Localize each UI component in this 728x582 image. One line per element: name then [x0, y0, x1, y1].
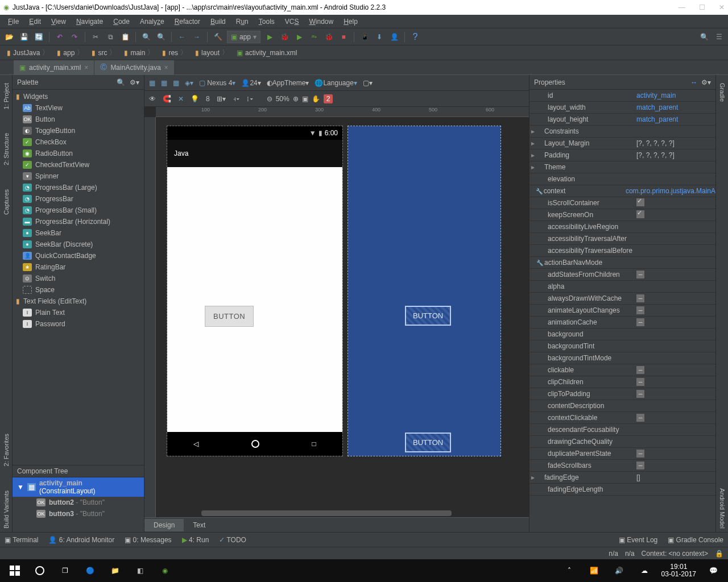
tab-activity-main[interactable]: ▣activity_main.xml× [14, 60, 94, 75]
component-tree[interactable]: ▼▦ activity_main (ConstraintLayout) OK b… [13, 477, 144, 532]
property-row[interactable]: alwaysDrawnWithCache– [530, 293, 715, 305]
debug-icon[interactable]: 🐞 [279, 31, 290, 43]
bc-src[interactable]: ▮src〉 [88, 48, 119, 57]
open-icon[interactable]: 📂 [3, 31, 15, 43]
menu-vcs[interactable]: VCS [280, 16, 304, 27]
eye-icon[interactable]: 👁 [149, 95, 156, 103]
module-selector[interactable]: ▣ app ▾ [227, 31, 260, 43]
orientation-icon[interactable]: ◈▾ [185, 79, 193, 87]
tool-terminal[interactable]: ▣ Terminal [5, 536, 38, 544]
properties-list[interactable]: idactivity_mainlayout_widthmatch_parentl… [530, 90, 715, 532]
palette-item[interactable]: ◉RadioButton [13, 148, 144, 159]
variant-icon[interactable]: ▢▾ [363, 79, 373, 87]
property-row[interactable]: accessibilityTraversalBefore [530, 245, 715, 257]
blueprint-preview[interactable]: BUTTON BUTTON [348, 126, 500, 456]
debug2-icon[interactable]: 🐞 [323, 31, 334, 43]
palette-item[interactable]: AbTextView [13, 102, 144, 114]
bc-app[interactable]: ▮app〉 [53, 48, 87, 57]
property-row[interactable]: elevation [530, 173, 715, 185]
properties-expand-icon[interactable]: ↔ [690, 78, 697, 86]
tool-project[interactable]: 1: Project [3, 80, 10, 113]
menu-edit[interactable]: Edit [24, 16, 46, 27]
property-row[interactable]: ▸Padding[?, ?, ?, ?, ?] [530, 149, 715, 161]
palette-item[interactable]: ◔ProgressBar [13, 193, 144, 205]
tray-onedrive-icon[interactable]: ☁ [632, 559, 657, 582]
property-row[interactable]: ▸fadingEdge[] [530, 472, 715, 484]
attach-icon[interactable]: ⥲ [308, 31, 320, 43]
redo-icon[interactable]: ↷ [69, 31, 80, 43]
stop-icon[interactable]: ■ [338, 31, 349, 43]
design-tab[interactable]: Design [144, 519, 184, 531]
property-row[interactable]: keepScreenOn [530, 209, 715, 221]
properties-gear-icon[interactable]: ⚙▾ [701, 78, 711, 86]
menu-refactor[interactable]: Refactor [170, 16, 205, 27]
property-row[interactable]: fadingEdgeLength [530, 484, 715, 496]
property-row[interactable]: duplicateParentState– [530, 448, 715, 460]
palette-item[interactable]: 👤QuickContactBadge [13, 250, 144, 261]
property-row[interactable]: animationCache– [530, 317, 715, 329]
tray-up-icon[interactable]: ˄ [557, 559, 582, 582]
tool-android-model[interactable]: Android Model [719, 485, 726, 532]
taskbar-explorer[interactable]: 📁 [102, 559, 127, 582]
tray-volume-icon[interactable]: 🔊 [607, 559, 632, 582]
run-icon[interactable]: ▶ [264, 31, 275, 43]
palette-item[interactable]: ▾Spinner [13, 171, 144, 182]
pack-icon[interactable]: ⊞▾ [217, 95, 226, 103]
property-row[interactable]: clickable– [530, 364, 715, 376]
palette-cat-widgets[interactable]: ▮Widgets [13, 91, 144, 102]
taskbar-android-studio[interactable]: ◉ [152, 559, 177, 582]
palette-item[interactable]: IPassword [13, 318, 144, 330]
palette-list[interactable]: ▮Widgets AbTextView OKButton ◐ToggleButt… [13, 90, 144, 465]
close-button[interactable]: ✕ [719, 3, 725, 11]
warning-badge[interactable]: 2 [324, 94, 333, 103]
canvas-scrollbar[interactable] [201, 510, 452, 516]
forward-icon[interactable]: → [191, 31, 202, 43]
tray-notifications-icon[interactable]: 💬 [701, 559, 726, 582]
tool-build-variants[interactable]: Build Variants [3, 487, 10, 532]
search-everywhere-icon[interactable]: 🔍 [698, 31, 710, 43]
text-tab[interactable]: Text [184, 519, 214, 531]
tray-wifi-icon[interactable]: 📶 [582, 559, 607, 582]
tool-messages[interactable]: ▣ 0: Messages [125, 536, 171, 544]
property-row[interactable]: clipToPadding– [530, 388, 715, 400]
avd-icon[interactable]: 📱 [359, 31, 370, 43]
menu-help[interactable]: Help [339, 16, 362, 27]
tool-gradle-console[interactable]: ▣ Gradle Console [668, 536, 723, 544]
blueprint-button[interactable]: BUTTON [405, 306, 451, 326]
palette-item[interactable]: ●SeekBar [13, 227, 144, 239]
zoom-in-icon[interactable]: ⊕ [293, 95, 299, 103]
menu-run[interactable]: Run [231, 16, 253, 27]
bc-layout[interactable]: ▮layout〉 [192, 48, 232, 57]
palette-search-icon[interactable]: 🔍 [117, 78, 125, 86]
tool-favorites[interactable]: 2: Favorites [3, 430, 10, 469]
property-row[interactable]: addStatesFromChildren– [530, 269, 715, 281]
tool-event-log[interactable]: ▣ Event Log [619, 536, 657, 544]
property-row[interactable]: contextClickable– [530, 412, 715, 424]
property-row[interactable]: ▸Layout_Margin[?, ?, ?, ?, ?] [530, 138, 715, 149]
property-row[interactable]: backgroundTintMode [530, 352, 715, 364]
property-row[interactable]: layout_widthmatch_parent [530, 102, 715, 114]
property-row[interactable]: idactivity_main [530, 90, 715, 102]
back-icon[interactable]: ← [176, 31, 188, 43]
property-row[interactable]: clipChildren– [530, 376, 715, 388]
property-row[interactable]: 🔧contextcom.pro.primo.justjava.MainA [530, 185, 715, 197]
property-row[interactable]: ▸Constraints [530, 126, 715, 138]
tool-run[interactable]: ▶ 4: Run [182, 536, 209, 544]
palette-item[interactable]: IPlain Text [13, 307, 144, 318]
paste-icon[interactable]: 📋 [119, 31, 131, 43]
property-row[interactable]: background [530, 329, 715, 340]
close-tab-icon[interactable]: × [84, 64, 88, 72]
cut-icon[interactable]: ✂ [90, 31, 101, 43]
palette-cat-textfields[interactable]: ▮Text Fields (EditText) [13, 296, 144, 307]
guideline-icon[interactable]: ⫶▾ [246, 95, 253, 103]
language-selector[interactable]: 🌐Language▾ [315, 79, 357, 87]
menu-build[interactable]: Build [206, 16, 230, 27]
both-view-icon[interactable]: ▦ [173, 79, 179, 87]
palette-item[interactable]: ▬ProgressBar (Horizontal) [13, 216, 144, 227]
pan-icon[interactable]: ✋ [312, 95, 320, 103]
property-row[interactable]: accessibilityTraversalAfter [530, 233, 715, 245]
design-view-icon[interactable]: ▦ [149, 79, 155, 87]
preview-button[interactable]: BUTTON [205, 306, 254, 327]
undo-icon[interactable]: ↶ [54, 31, 65, 43]
palette-item[interactable]: ✓CheckBox [13, 136, 144, 148]
